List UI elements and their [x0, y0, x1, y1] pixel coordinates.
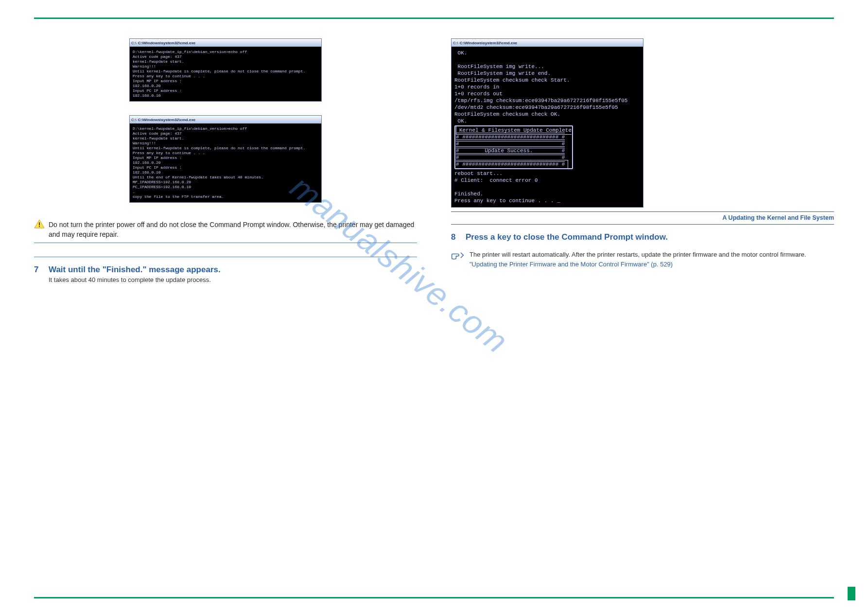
cmd-body-1: D:\kernel-fwupdate_ip_fix\debian_version… [130, 47, 321, 101]
cmd-title-text: C:\Windows\system32\cmd.exe [138, 41, 196, 45]
pointing-hand-icon [451, 250, 465, 261]
columns: C:\ C:\Windows\system32\cmd.exe D:\kerne… [34, 38, 834, 283]
warning-text: Do not turn the printer power off and do… [49, 219, 417, 240]
cmd-window-1: C:\ C:\Windows\system32\cmd.exe D:\kerne… [129, 38, 322, 102]
cmd-pre: OK. RootFileSystem img write... RootFile… [454, 50, 627, 124]
step-text: Press a key to close the Command Prompt … [466, 232, 668, 242]
step-number: 8 [451, 232, 462, 242]
cmd-title-icon: C:\ [131, 118, 137, 122]
svg-rect-1 [39, 226, 40, 227]
bottom-rule [34, 597, 834, 598]
step-text: Wait until the "Finished." message appea… [49, 265, 221, 275]
cmd-box: Kernel & Filesystem Update Complete # ##… [454, 125, 573, 169]
section-title-bar: A Updating the Kernel and File System [451, 213, 834, 222]
cmd-box-line1: Kernel & Filesystem Update Complete [459, 127, 572, 133]
cmd-title-text: C:\Windows\system32\cmd.exe [138, 118, 196, 122]
divider [34, 257, 417, 257]
page: C:\ C:\Windows\system32\cmd.exe D:\kerne… [0, 0, 868, 614]
warning-icon [34, 219, 45, 228]
right-column: C:\ C:\Windows\system32\cmd.exe OK. Root… [451, 38, 834, 283]
step-7: 7 Wait until the "Finished." message app… [34, 265, 417, 275]
cmd-post: reboot start... # Client: connect error … [454, 171, 560, 204]
top-rule [34, 18, 834, 19]
cmd-titlebar: C:\ C:\Windows\system32\cmd.exe [451, 39, 643, 47]
note-xref[interactable]: "Updating the Printer Firmware and the M… [469, 261, 673, 268]
section-rule [451, 211, 834, 212]
cmd-titlebar: C:\ C:\Windows\system32\cmd.exe [130, 116, 321, 123]
section-title-text: A Updating the Kernel and File System [723, 214, 834, 221]
cmd-body-2: D:\kernel-fwupdate_ip_fix\debian_version… [130, 123, 321, 202]
note-body: The printer will restart automatically. … [469, 251, 806, 258]
svg-rect-0 [39, 222, 40, 225]
cmd-box-body: # ############################## # # # #… [456, 134, 565, 167]
cmd-titlebar: C:\ C:\Windows\system32\cmd.exe [130, 39, 321, 47]
cmd-title-text: C:\Windows\system32\cmd.exe [460, 41, 518, 45]
left-column: C:\ C:\Windows\system32\cmd.exe D:\kerne… [34, 38, 417, 283]
step-8: 8 Press a key to close the Command Promp… [451, 232, 834, 242]
cmd-window-3: C:\ C:\Windows\system32\cmd.exe OK. Root… [451, 38, 643, 208]
note-row: The printer will restart automatically. … [451, 250, 834, 269]
divider [34, 243, 417, 243]
step-7-sub: It takes about 40 minutes to complete th… [49, 276, 417, 283]
cmd-window-2: C:\ C:\Windows\system32\cmd.exe D:\kerne… [129, 115, 322, 203]
page-tab-mark [848, 587, 855, 600]
step-number: 7 [34, 265, 45, 275]
cmd-body-3: OK. RootFileSystem img write... RootFile… [451, 47, 643, 207]
cmd-title-icon: C:\ [131, 41, 137, 45]
note-text: The printer will restart automatically. … [469, 250, 806, 269]
cmd-title-icon: C:\ [453, 41, 458, 45]
warning-row: Do not turn the printer power off and do… [34, 219, 417, 240]
section-rule [451, 224, 834, 225]
